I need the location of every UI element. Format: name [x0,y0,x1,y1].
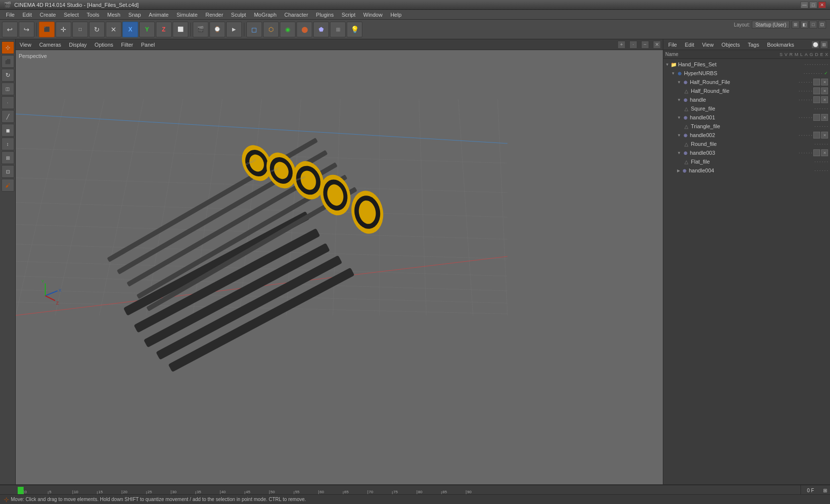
tree-right-10: · · · · · · ✕ [799,149,828,156]
tree-item-handle004[interactable]: ▶ ⊕ handle004 · · · · · · [664,166,829,175]
redo-button[interactable]: ↪ [19,22,34,37]
rp-objects[interactable]: Objects [718,42,742,48]
tree-item-half-round-mesh[interactable]: △ Half_Round_file · · · · · · ✕ [664,86,829,95]
tree-item-handle[interactable]: ▼ ⊕ handle · · · · · · ✕ [664,95,829,104]
lft-rotate[interactable]: ↻ [1,69,14,82]
vp-menu-panel[interactable]: Panel [139,42,157,48]
tree-label-8: handle002 [690,132,799,138]
layout-dropdown[interactable]: Startup (User) [752,21,790,28]
layout-btn-2[interactable]: ◧ [800,21,808,28]
lft-bp[interactable]: ⊡ [1,165,14,178]
menu-help[interactable]: Help [386,10,406,19]
rp-btn-2[interactable]: ⊞ [820,41,828,49]
minimize-button[interactable]: — [800,1,808,8]
menu-file[interactable]: File [2,10,19,19]
vp-menu-display[interactable]: Display [67,42,89,48]
col-a: A [804,52,807,57]
rp-edit[interactable]: Edit [682,42,697,48]
menu-animate[interactable]: Animate [145,10,173,19]
rp-file[interactable]: File [665,42,680,48]
vp-ctrl-x[interactable]: ✕ [653,41,661,49]
menu-window[interactable]: Window [359,10,386,19]
vp-menu-view[interactable]: View [18,42,33,48]
tree-item-hypernurbs[interactable]: ▼ ⊕ HyperNURBS · · · · · · · · ✓ [664,69,829,78]
menu-script[interactable]: Script [338,10,359,19]
undo-button[interactable]: ↩ [2,22,18,37]
svg-line-21 [498,99,507,315]
deform-button[interactable]: ⬤ [296,22,312,37]
tree-item-round[interactable]: △ Round_file · · · · · · [664,140,829,148]
svg-text:10: 10 [74,490,78,494]
lft-tweak[interactable]: ↕ [1,138,14,150]
render-button[interactable]: ▦ [330,22,346,37]
lft-poly[interactable]: ◼ [1,124,14,137]
maximize-button[interactable]: □ [809,1,817,8]
menu-mesh[interactable]: Mesh [103,10,124,19]
scale-button[interactable]: ✕ [106,22,121,37]
vp-menu-filter[interactable]: Filter [119,42,135,48]
col-s: S [779,52,782,57]
menu-render[interactable]: Render [202,10,227,19]
menu-tools[interactable]: Tools [83,10,103,19]
effector-button[interactable]: ⬟ [313,22,329,37]
rp-view[interactable]: View [699,42,717,48]
x-axis-button[interactable]: X [122,22,138,37]
tree-item-handle001[interactable]: ▼ ⊕ handle001 · · · · · · ✕ [664,113,829,122]
tree-item-squre[interactable]: △ Squre_file · · · · · · [664,104,829,113]
select-button[interactable]: ⬜ [173,22,188,37]
z-axis-button[interactable]: Z [156,22,172,37]
col-g: G [809,52,813,57]
clapperboard-button[interactable]: 🎬 [193,22,208,37]
svg-text:80: 80 [418,490,422,494]
move-tool-button[interactable]: ✛ [56,22,71,37]
svg-line-54 [45,296,55,301]
layout-btn-3[interactable]: □ [809,21,817,28]
rp-btn-1[interactable]: ⚪ [811,41,819,49]
vp-menu-cameras[interactable]: Cameras [37,42,63,48]
tree-item-hand-files-set[interactable]: ▼ 📁 Hand_Files_Set · · · · · · · · · · [664,60,829,69]
menu-sculpt[interactable]: Sculpt [227,10,250,19]
menu-simulate[interactable]: Simulate [173,10,202,19]
layout-btn-1[interactable]: ⊞ [792,21,800,28]
menu-character[interactable]: Character [280,10,312,19]
vp-ctrl-dot[interactable]: · [629,41,637,49]
lft-obj[interactable]: ◫ [1,83,14,95]
lft-point[interactable]: · [1,96,14,109]
keyframe-button[interactable]: ⌚ [209,22,225,37]
tree-item-handle003[interactable]: ▼ ⊕ handle003 · · · · · · ✕ [664,148,829,157]
object-button[interactable]: □ [72,22,88,37]
tree-item-handle002[interactable]: ▼ ⊕ handle002 · · · · · · ✕ [664,131,829,140]
menu-snap[interactable]: Snap [124,10,145,19]
menu-mograph[interactable]: MoGraph [250,10,280,19]
rp-bookmarks[interactable]: Bookmarks [764,42,797,48]
menu-edit[interactable]: Edit [19,10,36,19]
y-axis-button[interactable]: Y [139,22,155,37]
rotate-button[interactable]: ↻ [89,22,105,37]
close-button[interactable]: ✕ [818,1,826,8]
cube-button[interactable]: ◻ [246,22,262,37]
anim-button[interactable]: ▶ [226,22,242,37]
lft-scale[interactable]: ⬛ [1,55,14,68]
scene-canvas[interactable]: STANLEY STANLEY STANLEY X Y Z Perspectiv… [16,50,663,484]
layout-btn-4[interactable]: ⊡ [818,21,826,28]
menu-plugins[interactable]: Plugins [312,10,338,19]
model-mode-button[interactable]: ⬛ [39,22,55,37]
vp-ctrl-plus[interactable]: + [618,41,625,49]
spline-button[interactable]: ◉ [280,22,296,37]
titlebar-icon: 🎬 [4,1,11,8]
lft-sculpt[interactable]: 🖌 [1,179,14,192]
tree-item-flat[interactable]: △ Flat_file · · · · · · [664,157,829,166]
light-button[interactable]: 💡 [347,22,362,37]
lft-edge[interactable]: ╱ [1,110,14,123]
svg-line-20 [458,99,473,315]
menu-create[interactable]: Create [36,10,60,19]
vp-menu-options[interactable]: Options [92,42,115,48]
nurbs-button[interactable]: ⬡ [263,22,279,37]
tree-item-half-round-file[interactable]: ▼ ⊕ Half_Round_File · · · · · · ✕ [664,78,829,86]
rp-tags[interactable]: Tags [745,42,762,48]
menu-select[interactable]: Select [60,10,83,19]
vp-ctrl-minus[interactable]: − [641,41,649,49]
lft-move[interactable]: ⊹ [1,41,14,54]
tree-item-triangle[interactable]: △ Triangle_file · · · · · · [664,122,829,131]
lft-texture[interactable]: ⊞ [1,151,14,164]
